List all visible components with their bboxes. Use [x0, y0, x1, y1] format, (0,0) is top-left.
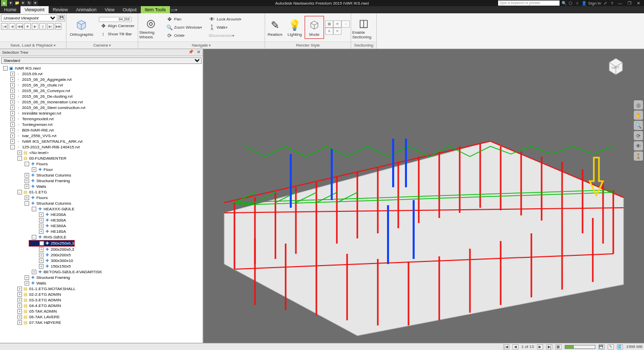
nav-zoom-icon[interactable]: 🔍	[634, 121, 643, 130]
tree-family[interactable]: -✚RHS-SØJLE	[0, 234, 203, 240]
tab-output[interactable]: Output	[119, 6, 141, 13]
playback-end-icon[interactable]: ▶▶	[55, 23, 61, 30]
tree-level[interactable]: +▤04-4.ETG ADMIN	[0, 303, 203, 309]
tree-level[interactable]: +▤02-2.ETG ADMIN	[0, 292, 203, 297]
tree-level[interactable]: +▤06-TAK LAVERE	[0, 314, 203, 320]
mode-text-icon[interactable]: A	[325, 28, 333, 35]
qat-new-icon[interactable]: ▾	[8, 1, 13, 6]
tree-type[interactable]: +✚HE180A	[0, 229, 203, 234]
tree-file[interactable]: +▫2015.09.rvt	[0, 71, 203, 77]
tree-type[interactable]: +✚HE200A	[0, 212, 203, 217]
tree-file[interactable]: +▫2015_06_26_Aggregate.rvt	[0, 77, 203, 82]
save-viewpoint-icon[interactable]: 💾	[58, 15, 65, 21]
show-tilt-bar-button[interactable]: ↕Show Tilt Bar	[99, 30, 136, 38]
orthographic-button[interactable]: Orthographic	[67, 17, 97, 38]
sheet-browser-button[interactable]: ▦	[554, 344, 563, 349]
viewcube[interactable]: LEFT	[603, 53, 629, 79]
qat-save-icon[interactable]: ▾	[20, 1, 26, 6]
tree-type[interactable]: +✚HE360A	[0, 223, 203, 229]
exchange-icon[interactable]: ⤢	[603, 1, 608, 6]
search-input[interactable]: Type a keyword or phrase	[498, 1, 560, 6]
comm-center-icon[interactable]: ☆	[575, 1, 579, 6]
dconnexion-button[interactable]: 3Dconnexion	[207, 32, 243, 40]
restore-button[interactable]: ❐	[626, 1, 633, 6]
tab-home[interactable]: Home	[0, 6, 20, 13]
tree-file[interactable]: +▫Terrengmodell.rvt	[0, 116, 203, 122]
tab-viewpoint[interactable]: Viewpoint	[20, 6, 49, 13]
enable-sectioning-button[interactable]: ◫ Enable Sectioning	[351, 15, 376, 40]
mode-snap-icon[interactable]: ✳	[333, 28, 341, 35]
sheet-prev-button[interactable]: ◀	[511, 344, 520, 349]
nav-wheel-icon[interactable]: ◎	[634, 100, 643, 110]
tree-file[interactable]: +▫2015_06_26_Incineration Line.rvt	[0, 99, 203, 105]
zoom-window-button[interactable]: 🔍Zoom Window	[165, 24, 203, 32]
nav-walk-icon[interactable]: 🚶	[634, 151, 643, 161]
tree-filter-combo[interactable]: Standard	[1, 57, 202, 64]
playback-pause-icon[interactable]: ||	[39, 23, 46, 30]
qat-open-icon[interactable]: 📁	[14, 1, 19, 6]
tree-file[interactable]: +▫2015_06_26_Conveyor.rvt	[0, 88, 203, 94]
pan-button[interactable]: ✥Pan	[165, 15, 203, 24]
group-save-load[interactable]: Save, Load & Playback	[0, 41, 66, 49]
sign-in-link[interactable]: Sign In	[588, 1, 601, 6]
tab-item-tools[interactable]: Item Tools	[141, 6, 170, 13]
tree-type[interactable]: +✚Floor	[0, 167, 203, 172]
selection-tree[interactable]: -▣IVAR IKS.nwd +▫2015.09.rvt +▫2015_06_2…	[0, 64, 203, 343]
tree-category[interactable]: -✚Structural Columns	[0, 201, 203, 206]
tree-file[interactable]: +▫2015_06_26_Steel construction.rvt	[0, 105, 203, 111]
qat-dropdown-icon[interactable]: ▾	[33, 1, 38, 6]
tree-file[interactable]: +▫2015_06_26_chute.rvt	[0, 82, 203, 88]
tree-file[interactable]: +▫Ivar_2556_VVS.rvt	[0, 133, 203, 139]
tree-file[interactable]: +▫IVAR IKS_SENTRALFIL_ARK.rvt	[0, 139, 203, 144]
tree-file[interactable]: -▫125-2013_IVAR-RIB-140415.rvt	[0, 144, 203, 150]
tree-category[interactable]: +✚Structural Framing	[0, 275, 203, 280]
ribbon-collapse-icon[interactable]: ▭▾	[170, 6, 178, 13]
tree-category[interactable]: +✚Walls	[0, 280, 203, 286]
sheet-last-button[interactable]: ▶|	[545, 344, 554, 349]
tree-file[interactable]: +▫Innmålte ledninger.rvt	[0, 111, 203, 116]
search-icon[interactable]: 🔍	[562, 1, 566, 6]
pin-icon[interactable]: 📌	[188, 50, 194, 54]
steering-wheels-button[interactable]: ◎ Steering Wheels	[138, 15, 163, 40]
tree-type[interactable]: +✚150x150x5	[0, 264, 203, 269]
walk-button[interactable]: 🚶Walk	[207, 24, 243, 32]
tab-animation[interactable]: Animation	[72, 6, 100, 13]
help-icon[interactable]: ?	[610, 1, 614, 6]
minimize-button[interactable]: —	[616, 1, 624, 6]
tree-type-selected[interactable]: +✚250x250x6,3	[29, 240, 74, 246]
web-icon[interactable]: 🌐	[615, 344, 625, 349]
mode-surfaces-icon[interactable]: ▦	[325, 20, 333, 28]
tree-category[interactable]: +✚Structural Framing	[0, 178, 203, 184]
playback-prev-icon[interactable]: ◀	[9, 23, 15, 30]
viewport-3d[interactable]: LEFT ◎ ✋ 🔍 ⟳ 👁 🚶	[204, 49, 644, 343]
tree-level[interactable]: -▤01-1.ETG	[0, 189, 203, 195]
nav-pan-icon[interactable]: ✋	[634, 111, 643, 120]
tab-view[interactable]: View	[100, 6, 118, 13]
nav-look-icon[interactable]: 👁	[634, 141, 643, 150]
group-navigate[interactable]: Navigate	[138, 41, 265, 49]
tree-category[interactable]: +✚Walls	[0, 184, 203, 189]
tree-level[interactable]: +▤01-1.ETG-MOTAKSHALL	[0, 286, 203, 292]
tree-category[interactable]: +✚Floors	[0, 195, 203, 201]
close-panel-icon[interactable]: ✕	[197, 49, 201, 55]
mode-points-icon[interactable]: ∴	[341, 20, 350, 28]
tree-level[interactable]: -▤00-FUNDAMENTER	[0, 156, 203, 161]
playback-stop-icon[interactable]: ■	[24, 23, 31, 30]
look-around-button[interactable]: 👁Look Around	[207, 15, 243, 24]
sheet-first-button[interactable]: |◀	[502, 344, 511, 349]
nav-orbit-icon[interactable]: ⟳	[634, 131, 643, 140]
tree-file[interactable]: +▫2015_06_26_De-dusting.rvt	[0, 94, 203, 99]
tree-level[interactable]: +▤07-TAK HØYERE	[0, 320, 203, 325]
sheet-next-button[interactable]: ▶	[535, 344, 545, 349]
tree-type[interactable]: +✚HE300A	[0, 217, 203, 223]
playback-start-icon[interactable]: |◀	[1, 23, 8, 30]
tree-level[interactable]: +▤05-TAK ADMIN	[0, 309, 203, 314]
realism-button[interactable]: ✎ Realism	[265, 17, 285, 38]
tree-type[interactable]: +✚200x200x6,3	[0, 247, 203, 252]
tree-level[interactable]: +▤<No level>	[0, 150, 203, 156]
pencil-icon[interactable]: ✎	[606, 344, 615, 349]
tree-type[interactable]: +✚300x300x10	[0, 258, 203, 264]
tree-category[interactable]: -✚Floors	[0, 161, 203, 167]
playback-play-icon[interactable]: ▶	[32, 23, 38, 30]
playback-rev-icon[interactable]: ◀◀	[16, 23, 23, 30]
